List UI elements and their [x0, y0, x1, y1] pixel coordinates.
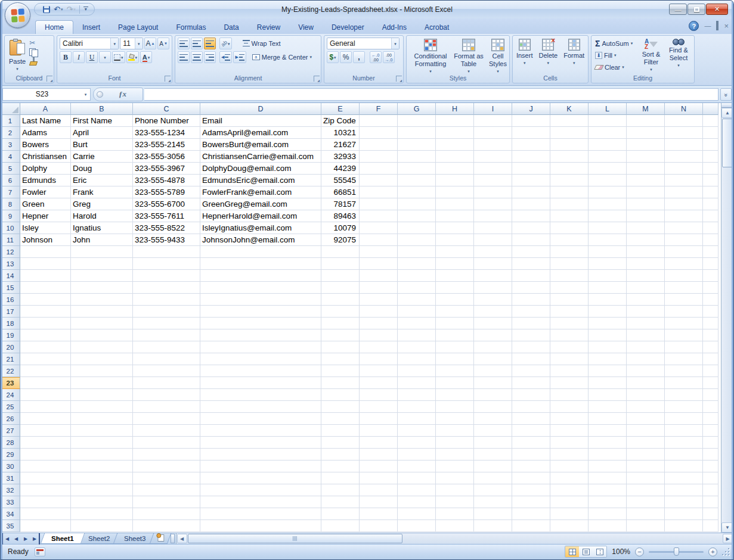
cell-H27[interactable]	[436, 425, 474, 437]
cell-F14[interactable]	[360, 270, 398, 282]
cell-G32[interactable]	[398, 484, 436, 496]
cell-E28[interactable]	[321, 437, 360, 449]
cell-G28[interactable]	[398, 437, 436, 449]
cell-K8[interactable]	[550, 198, 589, 210]
cell-F22[interactable]	[360, 365, 398, 377]
cell-E9[interactable]: 89463	[321, 210, 360, 222]
cell-N29[interactable]	[665, 449, 703, 461]
cell-H33[interactable]	[436, 496, 474, 508]
select-all-button[interactable]	[1, 103, 20, 115]
cell-J2[interactable]	[512, 127, 550, 139]
cell-D24[interactable]	[200, 389, 321, 401]
cell-J4[interactable]	[512, 151, 550, 163]
cell-G13[interactable]	[398, 258, 436, 270]
cell-F35[interactable]	[360, 520, 398, 532]
cell-B26[interactable]	[71, 413, 133, 425]
cell-N13[interactable]	[665, 258, 703, 270]
cell-C27[interactable]	[133, 425, 200, 437]
cell-K11[interactable]	[550, 234, 589, 246]
cell-C16[interactable]	[133, 294, 200, 306]
cell-H6[interactable]	[436, 175, 474, 186]
cell-K15[interactable]	[550, 282, 589, 294]
cell-C12[interactable]	[133, 246, 200, 258]
cell-K21[interactable]	[550, 353, 589, 365]
cell-F18[interactable]	[360, 318, 398, 329]
cell-I15[interactable]	[474, 282, 512, 294]
cell-partial[interactable]	[703, 472, 718, 484]
page-layout-view-button[interactable]	[579, 546, 593, 557]
cell-B5[interactable]: Doug	[71, 163, 133, 175]
cell-C6[interactable]: 323-555-4878	[133, 175, 200, 186]
formula-input[interactable]	[144, 88, 718, 101]
cell-C23[interactable]	[133, 377, 200, 389]
cell-F9[interactable]	[360, 210, 398, 222]
cell-M34[interactable]	[627, 508, 665, 520]
cell-E2[interactable]: 10321	[321, 127, 360, 139]
cell-partial[interactable]	[703, 234, 718, 246]
cell-D14[interactable]	[200, 270, 321, 282]
cell-I24[interactable]	[474, 389, 512, 401]
cell-F29[interactable]	[360, 449, 398, 461]
cell-A31[interactable]	[20, 472, 71, 484]
sheet-tab-sheet1[interactable]: Sheet1	[41, 533, 85, 544]
row-header-1[interactable]: 1	[1, 115, 20, 127]
column-header-i[interactable]: I	[474, 103, 512, 115]
cell-C10[interactable]: 323-555-8522	[133, 222, 200, 234]
cell-K34[interactable]	[550, 508, 589, 520]
cell-A21[interactable]	[20, 353, 71, 365]
cell-E10[interactable]: 10079	[321, 222, 360, 234]
cell-H30[interactable]	[436, 461, 474, 472]
cell-partial[interactable]	[703, 246, 718, 258]
cell-partial[interactable]	[703, 306, 718, 318]
cell-B3[interactable]: Burt	[71, 139, 133, 151]
scroll-left-button[interactable]: ◀	[177, 534, 187, 543]
cell-M32[interactable]	[627, 484, 665, 496]
cell-H18[interactable]	[436, 318, 474, 329]
cell-C20[interactable]	[133, 341, 200, 353]
column-header-c[interactable]: C	[133, 103, 200, 115]
cell-I22[interactable]	[474, 365, 512, 377]
cell-L9[interactable]	[589, 210, 627, 222]
cell-H8[interactable]	[436, 198, 474, 210]
format-as-table-button[interactable]: Format as Table ▾	[453, 38, 484, 74]
row-header-32[interactable]: 32	[1, 484, 20, 496]
cell-L1[interactable]	[589, 115, 627, 127]
cell-L19[interactable]	[589, 329, 627, 341]
cell-H25[interactable]	[436, 401, 474, 413]
cell-H3[interactable]	[436, 139, 474, 151]
cell-L7[interactable]	[589, 186, 627, 198]
cell-C17[interactable]	[133, 306, 200, 318]
cell-A23[interactable]	[20, 377, 71, 389]
row-header-24[interactable]: 24	[1, 389, 20, 401]
cut-button[interactable]: ✂	[29, 39, 37, 47]
cell-A20[interactable]	[20, 341, 71, 353]
cell-J10[interactable]	[512, 222, 550, 234]
cell-E8[interactable]: 78157	[321, 198, 360, 210]
cell-B9[interactable]: Harold	[71, 210, 133, 222]
cell-N21[interactable]	[665, 353, 703, 365]
cell-B13[interactable]	[71, 258, 133, 270]
cell-J8[interactable]	[512, 198, 550, 210]
cell-I2[interactable]	[474, 127, 512, 139]
cell-A30[interactable]	[20, 461, 71, 472]
cell-E15[interactable]	[321, 282, 360, 294]
row-header-19[interactable]: 19	[1, 329, 20, 341]
cell-F8[interactable]	[360, 198, 398, 210]
cell-K9[interactable]	[550, 210, 589, 222]
cell-M10[interactable]	[627, 222, 665, 234]
cell-L2[interactable]	[589, 127, 627, 139]
cell-C28[interactable]	[133, 437, 200, 449]
font-dialog-launcher[interactable]	[165, 76, 171, 82]
underline-dropdown-icon[interactable]: ▾	[99, 51, 111, 63]
cell-F33[interactable]	[360, 496, 398, 508]
cell-I31[interactable]	[474, 472, 512, 484]
cell-partial[interactable]	[703, 449, 718, 461]
cell-I33[interactable]	[474, 496, 512, 508]
cell-J14[interactable]	[512, 270, 550, 282]
cell-M15[interactable]	[627, 282, 665, 294]
expand-formula-bar-button[interactable]: »	[720, 88, 732, 101]
cell-K3[interactable]	[550, 139, 589, 151]
cell-J31[interactable]	[512, 472, 550, 484]
cell-G29[interactable]	[398, 449, 436, 461]
cell-D25[interactable]	[200, 401, 321, 413]
